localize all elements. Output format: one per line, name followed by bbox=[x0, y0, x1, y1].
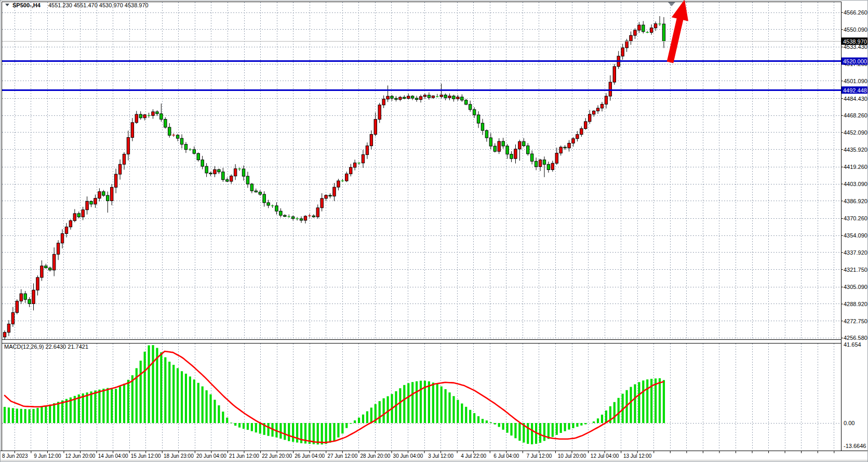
macd-histogram-bar bbox=[358, 418, 360, 423]
macd-histogram-bar bbox=[407, 383, 409, 423]
candle-body bbox=[28, 299, 31, 303]
candle-body bbox=[514, 149, 517, 159]
candle-body bbox=[160, 114, 163, 120]
candle-body bbox=[135, 114, 138, 123]
macd-histogram-bar bbox=[420, 381, 422, 423]
macd-histogram-bar bbox=[642, 380, 644, 423]
macd-histogram-bar bbox=[502, 423, 504, 430]
price-chart-canvas[interactable]: 4566.2604550.0904533.4304517.2604501.090… bbox=[1, 1, 868, 462]
candle-body bbox=[218, 169, 220, 171]
macd-histogram-bar bbox=[576, 423, 578, 427]
macd-histogram-bar bbox=[510, 423, 512, 435]
candle-body bbox=[461, 97, 463, 100]
price-tick-label: 4501.090 bbox=[844, 78, 867, 84]
macd-histogram-bar bbox=[366, 411, 368, 423]
candle-body bbox=[469, 104, 472, 110]
candle-body bbox=[250, 184, 253, 191]
candle-body bbox=[267, 203, 270, 205]
macd-histogram-bar bbox=[659, 378, 661, 423]
price-tick-label: 4533.430 bbox=[844, 44, 867, 50]
candle-body bbox=[52, 254, 55, 270]
macd-axis-min: -13.6646 bbox=[844, 443, 866, 449]
candle-body bbox=[230, 176, 233, 181]
candle-body bbox=[118, 164, 121, 174]
candle-body bbox=[564, 147, 566, 148]
candle-body bbox=[106, 195, 109, 201]
candle-body bbox=[24, 294, 26, 299]
macd-histogram-bar bbox=[345, 423, 348, 428]
time-tick-label: 4 Jul 22:00 bbox=[461, 453, 486, 459]
horizontal-lines bbox=[2, 61, 841, 90]
candle-body bbox=[362, 155, 364, 163]
price-tick-label: 4321.750 bbox=[844, 267, 867, 273]
macd-histogram-bar bbox=[45, 406, 47, 423]
candle-body bbox=[90, 201, 92, 204]
macd-histogram-bar bbox=[259, 423, 261, 434]
panel-divider[interactable] bbox=[2, 340, 841, 342]
candle-body bbox=[86, 201, 88, 209]
candle-body bbox=[156, 112, 158, 114]
candle-body bbox=[353, 163, 356, 167]
macd-histogram-bar bbox=[160, 352, 162, 423]
candle-body bbox=[382, 99, 385, 105]
candle-body bbox=[131, 123, 133, 138]
macd-histogram-bar bbox=[247, 423, 249, 430]
macd-histogram-bar bbox=[131, 375, 133, 423]
candle-body bbox=[489, 138, 492, 146]
candle-body bbox=[77, 214, 80, 217]
macd-histogram-bar bbox=[296, 423, 298, 443]
price-tick-label: 4337.920 bbox=[844, 249, 867, 256]
macd-histogram-bar bbox=[646, 379, 648, 423]
candle-body bbox=[275, 206, 278, 211]
candle-body bbox=[621, 48, 624, 56]
time-tick-label: 3 Jul 12:00 bbox=[428, 453, 453, 459]
time-tick-label: 22 Jun 20:00 bbox=[262, 453, 292, 459]
macd-histogram-bar bbox=[514, 423, 516, 438]
candle-body bbox=[485, 130, 488, 138]
macd-histogram-bar bbox=[12, 408, 14, 423]
candle-body bbox=[477, 115, 479, 123]
macd-histogram-bar bbox=[238, 423, 241, 428]
time-tick-label: 10 Jul 20:00 bbox=[558, 453, 586, 459]
macd-histogram-bar bbox=[341, 423, 343, 433]
macd-histogram-bar bbox=[98, 390, 100, 423]
candle-body bbox=[543, 160, 545, 165]
scroll-marker-icon[interactable] bbox=[668, 2, 675, 6]
macd-histogram-bar bbox=[102, 389, 104, 423]
candle-body bbox=[213, 169, 216, 174]
candle-body bbox=[16, 301, 18, 312]
candle-body bbox=[580, 129, 583, 135]
macd-histogram-bar bbox=[350, 423, 352, 424]
candle-body bbox=[69, 221, 72, 227]
price-tick-label: 4419.260 bbox=[844, 164, 867, 170]
macd-indicator bbox=[4, 345, 665, 444]
time-tick-label: 21 Jun 12:00 bbox=[229, 453, 259, 459]
candle-body bbox=[444, 95, 447, 98]
candle-body bbox=[510, 154, 513, 159]
candle-body bbox=[279, 211, 282, 215]
macd-histogram-bar bbox=[469, 410, 471, 423]
macd-histogram-bar bbox=[86, 392, 88, 423]
macd-histogram-bar bbox=[152, 345, 154, 423]
macd-histogram-bar bbox=[123, 384, 125, 423]
time-tick-label: 14 Jun 04:00 bbox=[98, 453, 128, 459]
macd-histogram-bar bbox=[630, 387, 632, 423]
candle-body bbox=[168, 127, 171, 135]
macd-histogram-bar bbox=[189, 376, 191, 423]
macd-histogram-bar bbox=[57, 402, 59, 423]
macd-histogram-bar bbox=[568, 423, 570, 430]
candle-body bbox=[102, 192, 105, 195]
candle-body bbox=[502, 141, 504, 146]
macd-histogram-bar bbox=[321, 423, 323, 444]
macd-histogram-bar bbox=[111, 388, 113, 423]
candle-body bbox=[180, 138, 183, 144]
candlesticks bbox=[3, 16, 665, 340]
candle-body bbox=[493, 146, 496, 151]
price-tick-label: 4272.750 bbox=[844, 318, 867, 324]
candle-body bbox=[498, 141, 500, 151]
candle-body bbox=[94, 199, 97, 204]
price-tick-label: 4354.090 bbox=[844, 232, 867, 239]
macd-histogram-bar bbox=[8, 407, 10, 423]
window-menu-icon[interactable] bbox=[5, 4, 9, 6]
candle-body bbox=[638, 25, 640, 30]
